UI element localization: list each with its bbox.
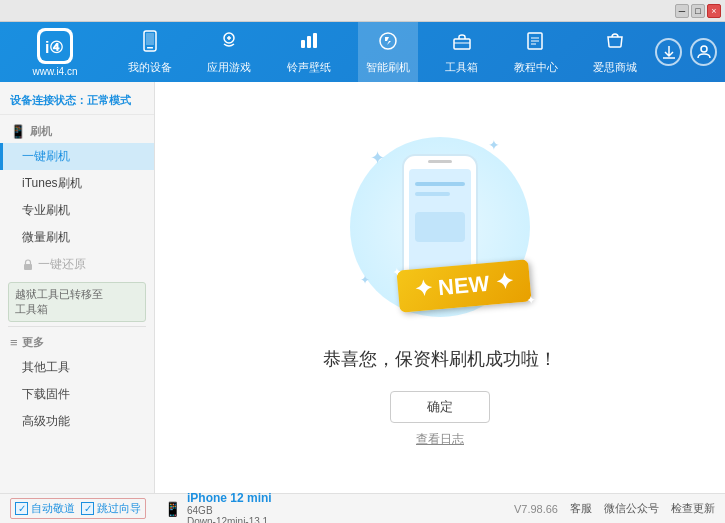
auto-flash-checkbox[interactable]: ✓ [15, 502, 28, 515]
smart-flash-icon [377, 30, 399, 57]
sidebar-item-other-tools[interactable]: 其他工具 [0, 354, 154, 381]
nav-toolbox[interactable]: 工具箱 [437, 22, 486, 82]
more-section-title: ≡ 更多 [0, 331, 154, 354]
content-area: ✦ ✦ ✦ ✦ NEW ✦ 恭喜您， [155, 82, 725, 493]
toolbox-icon [451, 30, 473, 57]
device-storage: 64GB [187, 505, 272, 516]
device-system: Down-12mini-13,1 [187, 516, 272, 524]
version-text: V7.98.66 [514, 503, 558, 515]
svg-rect-24 [428, 160, 452, 163]
nav-smart-flash-label: 智能刷机 [366, 60, 410, 75]
nav-ringtones[interactable]: 铃声壁纸 [279, 22, 339, 82]
sidebar-item-data-flash[interactable]: 微量刷机 [0, 224, 154, 251]
sparkle3-icon: ✦ [360, 273, 370, 287]
lock-icon [22, 259, 34, 271]
my-device-icon [139, 30, 161, 57]
success-text: 恭喜您，保资料刷机成功啦！ [323, 347, 557, 371]
svg-point-11 [380, 33, 396, 49]
skip-guide-checkbox[interactable]: ✓ [81, 502, 94, 515]
more-section-label: 更多 [22, 335, 44, 350]
sidebar-item-advanced[interactable]: 高级功能 [0, 408, 154, 435]
nav-tutorials[interactable]: 教程中心 [506, 22, 566, 82]
skip-guide-label: 跳过向导 [97, 501, 141, 516]
sidebar: 设备连接状态：正常模式 📱 刷机 一键刷机 iTunes刷机 专业刷机 微量刷机… [0, 82, 155, 493]
svg-rect-10 [313, 33, 317, 48]
data-flash-label: 微量刷机 [22, 230, 70, 244]
sidebar-divider [8, 326, 146, 327]
header: i④ www.i4.cn 我的设备 [0, 22, 725, 82]
sidebar-item-download-firmware[interactable]: 下载固件 [0, 381, 154, 408]
sidebar-item-one-click-flash[interactable]: 一键刷机 [0, 143, 154, 170]
advanced-label: 高级功能 [22, 414, 70, 428]
mall-icon [604, 30, 626, 57]
auto-flash-checkbox-item[interactable]: ✓ 自动敬道 [15, 501, 75, 516]
sidebar-note: 越狱工具已转移至工具箱 [8, 282, 146, 322]
nav-apps-games[interactable]: 应用游戏 [199, 22, 259, 82]
flash-section-title: 📱 刷机 [0, 120, 154, 143]
logo-icon: i④ [37, 28, 73, 64]
bottom-left: ✓ 自动敬道 ✓ 跳过向导 📱 iPhone 12 mini 64GB Down… [10, 491, 514, 524]
one-click-flash-label: 一键刷机 [22, 149, 70, 163]
confirm-button[interactable]: 确定 [390, 391, 490, 423]
more-section-icon: ≡ [10, 335, 18, 350]
device-section: iPhone 12 mini 64GB Down-12mini-13,1 [187, 491, 272, 524]
ringtones-icon [298, 30, 320, 57]
status-value: 正常模式 [87, 94, 131, 106]
nav-tutorials-label: 教程中心 [514, 60, 558, 75]
sparkle1-icon: ✦ [370, 147, 385, 169]
itunes-flash-label: iTunes刷机 [22, 176, 82, 190]
close-button[interactable]: × [707, 4, 721, 18]
logo-text: www.i4.cn [32, 66, 77, 77]
header-right [655, 38, 725, 66]
nav-apps-games-label: 应用游戏 [207, 60, 251, 75]
status-bar: 设备连接状态：正常模式 [0, 87, 154, 115]
svg-rect-25 [415, 182, 465, 186]
svg-rect-3 [147, 47, 153, 49]
apps-games-icon [218, 30, 240, 57]
svg-rect-26 [415, 192, 450, 196]
tutorials-icon [525, 30, 547, 57]
title-bar: ─ □ × [0, 0, 725, 22]
update-link[interactable]: 检查更新 [671, 501, 715, 516]
flash-section-icon: 📱 [10, 124, 26, 139]
other-tools-label: 其他工具 [22, 360, 70, 374]
main: 设备连接状态：正常模式 📱 刷机 一键刷机 iTunes刷机 专业刷机 微量刷机… [0, 82, 725, 493]
svg-rect-27 [415, 212, 465, 242]
wechat-link[interactable]: 微信公众号 [604, 501, 659, 516]
logo-area: i④ www.i4.cn [0, 28, 110, 77]
nav-mall-label: 爱思商城 [593, 60, 637, 75]
svg-text:i④: i④ [45, 39, 63, 56]
sidebar-item-pro-flash[interactable]: 专业刷机 [0, 197, 154, 224]
sparkle2-icon: ✦ [488, 137, 500, 153]
one-click-restore-label: 一键还原 [38, 256, 86, 273]
device-info: 📱 iPhone 12 mini 64GB Down-12mini-13,1 [164, 491, 272, 524]
minimize-button[interactable]: ─ [675, 4, 689, 18]
skip-guide-checkbox-item[interactable]: ✓ 跳过向导 [81, 501, 141, 516]
nav-my-device-label: 我的设备 [128, 60, 172, 75]
bottom-right: V7.98.66 客服 微信公众号 检查更新 [514, 501, 715, 516]
svg-rect-8 [301, 40, 305, 48]
svg-rect-12 [454, 39, 470, 49]
svg-rect-4 [146, 33, 154, 45]
nav-mall[interactable]: 爱思商城 [585, 22, 645, 82]
svg-rect-20 [24, 264, 32, 270]
status-label: 设备连接状态： [10, 94, 87, 106]
checkbox-group: ✓ 自动敬道 ✓ 跳过向导 [10, 498, 146, 519]
phone-illustration: ✦ ✦ ✦ ✦ NEW ✦ [340, 127, 540, 327]
pro-flash-label: 专业刷机 [22, 203, 70, 217]
sidebar-item-itunes-flash[interactable]: iTunes刷机 [0, 170, 154, 197]
bottom-bar: ✓ 自动敬道 ✓ 跳过向导 📱 iPhone 12 mini 64GB Down… [0, 493, 725, 523]
download-firmware-label: 下载固件 [22, 387, 70, 401]
device-icon: 📱 [164, 501, 181, 517]
view-log-link[interactable]: 查看日志 [416, 431, 464, 448]
svg-point-19 [701, 46, 707, 52]
nav-my-device[interactable]: 我的设备 [120, 22, 180, 82]
nav-ringtones-label: 铃声壁纸 [287, 60, 331, 75]
user-button[interactable] [690, 38, 717, 66]
service-link[interactable]: 客服 [570, 501, 592, 516]
nav-smart-flash[interactable]: 智能刷机 [358, 22, 418, 82]
flash-section-label: 刷机 [30, 124, 52, 139]
download-button[interactable] [655, 38, 682, 66]
maximize-button[interactable]: □ [691, 4, 705, 18]
svg-rect-9 [307, 36, 311, 48]
